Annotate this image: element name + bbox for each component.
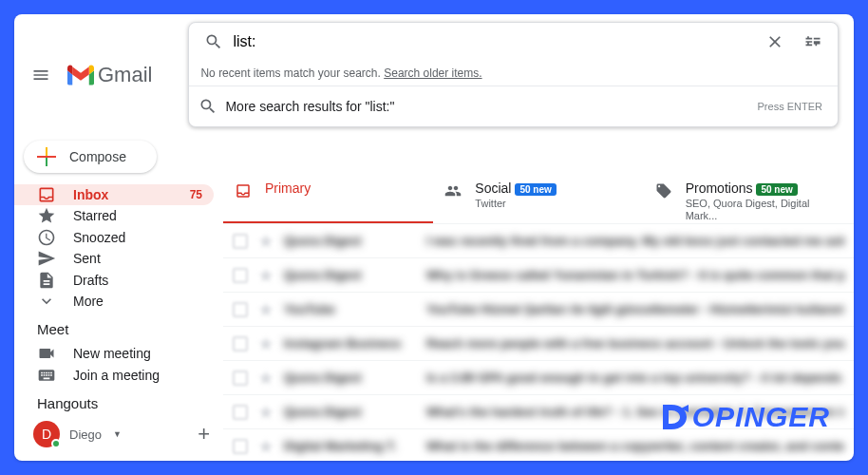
inbox-icon xyxy=(235,182,252,212)
new-badge: 50 new xyxy=(756,183,797,196)
checkbox[interactable] xyxy=(233,336,248,352)
star-icon[interactable] xyxy=(257,267,274,284)
search-more-label: More search results for "list:" xyxy=(217,99,757,114)
add-contact-button[interactable]: + xyxy=(198,422,210,446)
tab-primary[interactable]: Primary xyxy=(223,171,433,223)
email-subject: Reach more people with a free business a… xyxy=(426,336,844,351)
star-icon[interactable] xyxy=(257,404,274,421)
email-list: Quora DigestI was recently fired from a … xyxy=(223,224,854,461)
nav-label: Snoozed xyxy=(73,230,202,245)
meet-label: Join a meeting xyxy=(73,368,160,383)
search-container: No recent items match your search. Searc… xyxy=(188,22,839,127)
gmail-logo-text: Gmail xyxy=(98,63,152,87)
email-sender: Quora Digest xyxy=(284,268,417,282)
star-icon xyxy=(37,206,56,225)
compose-button[interactable]: Compose xyxy=(24,141,157,173)
email-subject: YouTube Hizmet Şartları ile ilgili günce… xyxy=(426,302,844,316)
sidebar-item-sent[interactable]: Sent xyxy=(14,248,214,269)
email-sender: Quora Digest xyxy=(284,405,417,419)
sidebar-item-snoozed[interactable]: Snoozed xyxy=(14,226,214,247)
star-icon[interactable] xyxy=(257,438,274,455)
tab-label: Promotions50 new xyxy=(686,180,842,196)
sidebar-item-starred[interactable]: Starred xyxy=(14,205,214,226)
compose-label: Compose xyxy=(69,149,126,164)
camera-icon xyxy=(37,344,56,363)
meet-section-title: Meet xyxy=(14,312,223,343)
nav-label: Sent xyxy=(73,251,202,266)
email-row[interactable]: Digital Marketing T.What is the differen… xyxy=(223,429,854,461)
avatar: D xyxy=(33,421,60,447)
compose-plus-icon xyxy=(35,145,58,168)
tab-label: Social50 new xyxy=(475,180,557,196)
tab-sub: Twitter xyxy=(475,198,557,210)
search-icon[interactable] xyxy=(195,23,233,61)
search-options-icon[interactable] xyxy=(794,23,832,61)
file-icon xyxy=(37,271,56,290)
email-row[interactable]: Quora DigestWhy is Greece called Yunanis… xyxy=(223,258,854,293)
hangouts-user-row[interactable]: D Diego ▼ + xyxy=(14,417,223,451)
nav-count: 75 xyxy=(190,188,202,201)
clear-search-icon[interactable] xyxy=(756,23,794,61)
tab-social[interactable]: Social50 new Twitter xyxy=(433,171,643,223)
search-icon xyxy=(198,97,217,116)
email-subject: What is the difference between a copywri… xyxy=(426,439,844,453)
username: Diego xyxy=(69,428,102,442)
email-sender: Instagram Business xyxy=(284,336,417,351)
email-sender: YouTube xyxy=(284,302,417,316)
search-no-results-message: No recent items match your search. Searc… xyxy=(189,61,838,86)
new-badge: 50 new xyxy=(515,183,556,196)
email-sender: Quora Digest xyxy=(284,370,417,385)
checkbox[interactable] xyxy=(233,234,248,249)
email-subject: Why is Greece called Yunanistan in Turki… xyxy=(426,268,844,282)
email-sender: Digital Marketing T. xyxy=(284,439,417,453)
tag-icon xyxy=(655,182,672,212)
gmail-logo: Gmail xyxy=(67,63,152,87)
email-subject: Is a 3.89 GPA good enough to get into a … xyxy=(426,370,844,385)
tab-promotions[interactable]: Promotions50 new SEO, Quora Digest, Digi… xyxy=(644,171,854,223)
sidebar-item-more[interactable]: More xyxy=(14,291,214,312)
star-icon[interactable] xyxy=(257,233,274,250)
email-row[interactable]: Quora DigestWhat's the hardest truth of … xyxy=(223,395,854,429)
status-indicator xyxy=(51,439,61,448)
nav-label: Starred xyxy=(73,208,202,223)
search-input[interactable] xyxy=(233,33,756,50)
chevron-down-icon xyxy=(37,292,56,311)
email-row[interactable]: Quora DigestI was recently fired from a … xyxy=(223,224,854,258)
star-icon[interactable] xyxy=(257,370,274,387)
email-subject: I was recently fired from a company. My … xyxy=(426,234,844,248)
star-icon[interactable] xyxy=(257,335,274,352)
checkbox[interactable] xyxy=(233,370,248,386)
email-row[interactable]: Quora DigestIs a 3.89 GPA good enough to… xyxy=(223,361,854,395)
checkbox[interactable] xyxy=(233,439,248,454)
checkbox[interactable] xyxy=(233,405,248,420)
inbox-icon xyxy=(37,185,56,204)
checkbox[interactable] xyxy=(233,268,248,283)
search-more-row[interactable]: More search results for "list:" Press EN… xyxy=(189,86,838,126)
send-icon xyxy=(37,249,56,268)
email-row[interactable]: YouTubeYouTube Hizmet Şartları ile ilgil… xyxy=(223,293,854,327)
join-meeting-button[interactable]: Join a meeting xyxy=(14,365,223,386)
new-meeting-button[interactable]: New meeting xyxy=(14,343,223,364)
clock-icon xyxy=(37,228,56,247)
hamburger-menu-button[interactable] xyxy=(22,56,60,94)
nav-label: Inbox xyxy=(73,187,173,202)
email-sender: Quora Digest xyxy=(284,234,417,248)
sidebar-item-inbox[interactable]: Inbox 75 xyxy=(14,184,214,205)
tab-sub: SEO, Quora Digest, Digital Mark... xyxy=(686,198,842,222)
keyboard-icon xyxy=(37,366,56,385)
star-icon[interactable] xyxy=(257,301,274,318)
sidebar: Compose Inbox 75 Starred Snoozed Sent xyxy=(14,129,223,461)
sidebar-item-drafts[interactable]: Drafts xyxy=(14,269,214,290)
main-content: Primary Social50 new Twitter Promotions5… xyxy=(223,129,854,461)
category-tabs: Primary Social50 new Twitter Promotions5… xyxy=(223,171,854,224)
tab-label: Primary xyxy=(265,180,311,196)
email-row[interactable]: Instagram BusinessReach more people with… xyxy=(223,327,854,361)
email-subject: What's the hardest truth of life? - 1. S… xyxy=(426,405,844,419)
search-older-link[interactable]: Search older items. xyxy=(384,66,481,80)
nav-label: More xyxy=(73,294,202,309)
gmail-icon xyxy=(67,65,94,86)
checkbox[interactable] xyxy=(233,302,248,317)
meet-label: New meeting xyxy=(73,346,151,361)
caret-down-icon: ▼ xyxy=(113,429,122,439)
press-enter-hint: Press ENTER xyxy=(758,101,828,112)
